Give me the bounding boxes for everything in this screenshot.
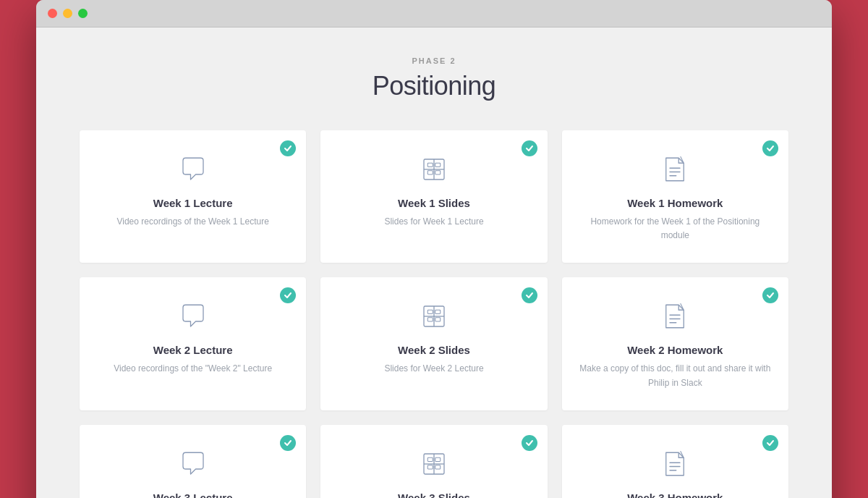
card-description: Homework for the Week 1 of the Positioni…	[576, 215, 774, 242]
maximize-button[interactable]	[78, 9, 88, 18]
check-badge	[280, 287, 296, 303]
card-description: Slides for Week 2 Lecture	[335, 362, 532, 376]
card-week1-slides[interactable]: Week 1 Slides Slides for Week 1 Lecture	[320, 130, 547, 263]
svg-rect-27	[427, 465, 433, 469]
card-description: Video recordings of the Week 1 Lecture	[94, 215, 292, 229]
svg-rect-17	[435, 318, 441, 321]
svg-rect-3	[427, 163, 433, 166]
svg-rect-15	[435, 311, 441, 314]
svg-rect-26	[435, 457, 441, 461]
card-week2-homework[interactable]: Week 2 Homework Make a copy of this doc,…	[562, 277, 788, 410]
card-title: Week 1 Lecture	[94, 197, 292, 209]
card-week2-slides[interactable]: Week 2 Slides Slides for Week 2 Lecture	[320, 277, 547, 410]
browser-window: PHASE 2 Positioning Week 1 Lecture Video…	[36, 0, 832, 498]
check-badge	[762, 140, 778, 156]
close-button[interactable]	[48, 9, 57, 18]
check-badge	[522, 435, 537, 451]
browser-titlebar	[36, 0, 832, 28]
check-badge	[280, 435, 296, 451]
page-header: PHASE 2 Positioning	[80, 56, 788, 101]
card-week3-slides[interactable]: Week 3 Slides Slides for the Week 3 Lect…	[320, 425, 547, 498]
check-badge	[762, 287, 778, 303]
card-title: Week 3 Lecture	[94, 491, 292, 498]
content-grid: Week 1 Lecture Video recordings of the W…	[80, 130, 788, 498]
card-title: Week 2 Lecture	[94, 344, 292, 356]
minimize-button[interactable]	[63, 9, 72, 18]
card-week3-lecture[interactable]: Week 3 Lecture Video recordings of the W…	[80, 425, 306, 498]
card-title: Week 2 Homework	[576, 344, 774, 356]
card-icon-slides	[335, 299, 532, 334]
check-badge	[522, 140, 537, 156]
card-icon-chat	[94, 447, 292, 481]
card-week2-lecture[interactable]: Week 2 Lecture Video recordings of the "…	[80, 277, 306, 410]
card-description: Slides for Week 1 Lecture	[335, 215, 532, 229]
card-title: Week 3 Homework	[576, 491, 774, 498]
card-description: Make a copy of this doc, fill it out and…	[576, 362, 774, 389]
page-title: Positioning	[80, 71, 788, 101]
card-icon-slides	[335, 152, 532, 187]
card-icon-chat	[94, 299, 292, 334]
browser-content: PHASE 2 Positioning Week 1 Lecture Video…	[36, 28, 832, 498]
card-icon-chat	[94, 152, 292, 187]
card-week1-lecture[interactable]: Week 1 Lecture Video recordings of the W…	[80, 130, 306, 263]
svg-rect-4	[435, 163, 441, 166]
card-week3-homework[interactable]: Week 3 Homework Make a copy of this doc,…	[562, 425, 788, 498]
card-icon-slides	[335, 447, 532, 481]
card-icon-document	[576, 447, 774, 481]
card-description: Video recordings of the "Week 2" Lecture	[94, 362, 292, 376]
card-title: Week 3 Slides	[335, 491, 532, 498]
check-badge	[762, 435, 778, 451]
svg-rect-6	[435, 171, 441, 174]
phase-label: PHASE 2	[80, 56, 788, 65]
card-title: Week 1 Homework	[576, 197, 774, 209]
svg-rect-28	[435, 465, 441, 469]
check-badge	[522, 287, 537, 303]
svg-rect-14	[427, 311, 433, 314]
check-badge	[280, 140, 296, 156]
svg-rect-25	[427, 457, 433, 461]
card-icon-document	[576, 299, 774, 334]
card-title: Week 1 Slides	[335, 197, 532, 209]
svg-rect-5	[427, 171, 433, 174]
card-week1-homework[interactable]: Week 1 Homework Homework for the Week 1 …	[562, 130, 788, 263]
card-title: Week 2 Slides	[335, 344, 532, 356]
card-icon-document	[576, 152, 774, 187]
svg-rect-16	[427, 318, 433, 321]
